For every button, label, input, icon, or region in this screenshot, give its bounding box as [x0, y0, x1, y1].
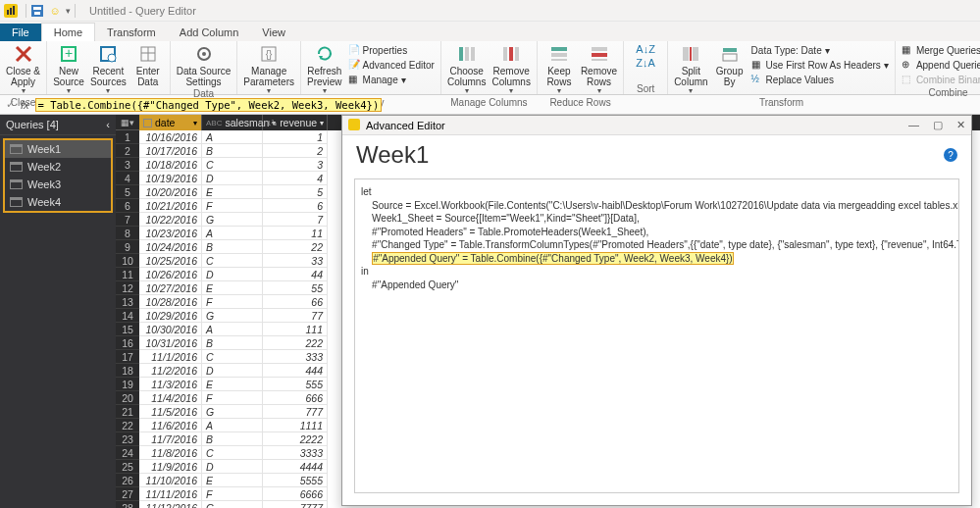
cell-salesman[interactable]: F	[202, 199, 263, 213]
cell-salesman[interactable]: C	[202, 446, 263, 460]
cell-salesman[interactable]: B	[202, 144, 263, 158]
cell-revenue[interactable]: 11	[263, 227, 328, 240]
cell-salesman[interactable]: A	[202, 323, 263, 336]
cell-date[interactable]: 10/25/2016	[139, 254, 202, 268]
cell-salesman[interactable]: E	[202, 281, 263, 295]
row-number[interactable]: 23	[116, 432, 139, 446]
cell-revenue[interactable]: 333	[263, 350, 328, 364]
cell-revenue[interactable]: 6666	[263, 487, 328, 501]
enter-data-button[interactable]: Enter Data	[132, 43, 164, 96]
cell-revenue[interactable]: 5	[263, 185, 328, 199]
cell-revenue[interactable]: 4	[263, 172, 328, 185]
cell-salesman[interactable]: E	[202, 185, 263, 199]
cell-date[interactable]: 11/1/2016	[139, 350, 202, 364]
data-source-settings-button[interactable]: Data Source Settings	[177, 43, 232, 87]
row-number[interactable]: 15	[116, 323, 139, 336]
row-number[interactable]: 12	[116, 281, 139, 295]
manage-parameters-button[interactable]: {}Manage Parameters	[243, 43, 294, 96]
merge-queries-button[interactable]: ▦Merge Queries ▾	[902, 43, 980, 57]
sort-dropdown-icon[interactable]: ▾	[320, 119, 324, 127]
cell-date[interactable]: 10/19/2016	[139, 172, 202, 185]
row-number[interactable]: 1	[116, 130, 139, 144]
cell-revenue[interactable]: 111	[263, 323, 328, 336]
cell-date[interactable]: 10/22/2016	[139, 213, 202, 227]
cell-revenue[interactable]: 1	[263, 130, 328, 144]
row-number[interactable]: 21	[116, 405, 139, 419]
refresh-preview-button[interactable]: Refresh Preview	[307, 43, 342, 96]
cell-revenue[interactable]: 2222	[263, 432, 328, 446]
cell-date[interactable]: 10/29/2016	[139, 309, 202, 323]
tab-view[interactable]: View	[250, 24, 297, 41]
cell-revenue[interactable]: 6	[263, 199, 328, 213]
cell-salesman[interactable]: B	[202, 336, 263, 350]
cell-date[interactable]: 10/16/2016	[139, 130, 202, 144]
row-number[interactable]: 24	[116, 446, 139, 460]
cell-revenue[interactable]: 4444	[263, 460, 328, 474]
query-item-week3[interactable]: Week3	[5, 176, 111, 193]
file-tab[interactable]: File	[0, 24, 41, 41]
properties-button[interactable]: 📄Properties	[348, 43, 435, 57]
cell-salesman[interactable]: A	[202, 419, 263, 432]
cell-date[interactable]: 11/4/2016	[139, 391, 202, 405]
column-header-revenue[interactable]: 1²₃revenue▾	[263, 115, 328, 130]
cell-salesman[interactable]: D	[202, 172, 263, 185]
cell-salesman[interactable]: A	[202, 130, 263, 144]
cell-date[interactable]: 10/31/2016	[139, 336, 202, 350]
query-item-week2[interactable]: Week2	[5, 158, 111, 176]
row-number[interactable]: 7	[116, 213, 139, 227]
cell-date[interactable]: 10/18/2016	[139, 158, 202, 172]
cell-revenue[interactable]: 777	[263, 405, 328, 419]
cell-date[interactable]: 11/5/2016	[139, 405, 202, 419]
cell-date[interactable]: 10/26/2016	[139, 268, 202, 281]
cell-salesman[interactable]: B	[202, 432, 263, 446]
cell-salesman[interactable]: E	[202, 378, 263, 391]
column-header-date[interactable]: date▾	[139, 115, 202, 130]
cell-revenue[interactable]: 666	[263, 391, 328, 405]
cell-salesman[interactable]: F	[202, 487, 263, 501]
cell-date[interactable]: 11/9/2016	[139, 460, 202, 474]
row-number[interactable]: 22	[116, 419, 139, 432]
cell-revenue[interactable]: 5555	[263, 474, 328, 487]
append-queries-button[interactable]: ⊕Append Queries ▾	[902, 58, 980, 72]
cell-salesman[interactable]: E	[202, 474, 263, 487]
row-number[interactable]: 9	[116, 240, 139, 254]
row-number[interactable]: 20	[116, 391, 139, 405]
queries-header[interactable]: Queries [4] ‹	[0, 115, 116, 135]
cell-salesman[interactable]: F	[202, 391, 263, 405]
cell-revenue[interactable]: 7777	[263, 501, 328, 508]
row-number[interactable]: 28	[116, 501, 139, 508]
cell-date[interactable]: 10/24/2016	[139, 240, 202, 254]
cell-salesman[interactable]: B	[202, 240, 263, 254]
cell-salesman[interactable]: F	[202, 295, 263, 309]
row-number[interactable]: 11	[116, 268, 139, 281]
choose-columns-button[interactable]: Choose Columns	[447, 43, 486, 96]
cell-salesman[interactable]: C	[202, 350, 263, 364]
cell-date[interactable]: 11/8/2016	[139, 446, 202, 460]
cell-date[interactable]: 11/11/2016	[139, 487, 202, 501]
cell-revenue[interactable]: 66	[263, 295, 328, 309]
row-number[interactable]: 13	[116, 295, 139, 309]
row-number[interactable]: 26	[116, 474, 139, 487]
cell-revenue[interactable]: 444	[263, 364, 328, 378]
cell-revenue[interactable]: 77	[263, 309, 328, 323]
cell-revenue[interactable]: 55	[263, 281, 328, 295]
cell-salesman[interactable]: A	[202, 227, 263, 240]
collapse-chevron-icon[interactable]: ‹	[106, 119, 110, 130]
row-number[interactable]: 16	[116, 336, 139, 350]
sort-asc-button[interactable]: A↓Z	[630, 43, 661, 55]
row-number[interactable]: 8	[116, 227, 139, 240]
remove-columns-button[interactable]: Remove Columns	[491, 43, 530, 96]
cell-date[interactable]: 11/12/2016	[139, 501, 202, 508]
cell-salesman[interactable]: C	[202, 158, 263, 172]
cell-revenue[interactable]: 33	[263, 254, 328, 268]
qat-dropdown-icon[interactable]: ▾	[66, 6, 71, 16]
row-number[interactable]: 2	[116, 144, 139, 158]
cell-date[interactable]: 10/21/2016	[139, 199, 202, 213]
remove-rows-button[interactable]: Remove Rows	[581, 43, 617, 96]
cell-salesman[interactable]: G	[202, 405, 263, 419]
cell-salesman[interactable]: D	[202, 460, 263, 474]
cell-revenue[interactable]: 3333	[263, 446, 328, 460]
save-icon[interactable]	[30, 4, 44, 18]
manage-button[interactable]: ▦Manage ▾	[348, 73, 435, 86]
recent-sources-button[interactable]: Recent Sources	[90, 43, 127, 96]
